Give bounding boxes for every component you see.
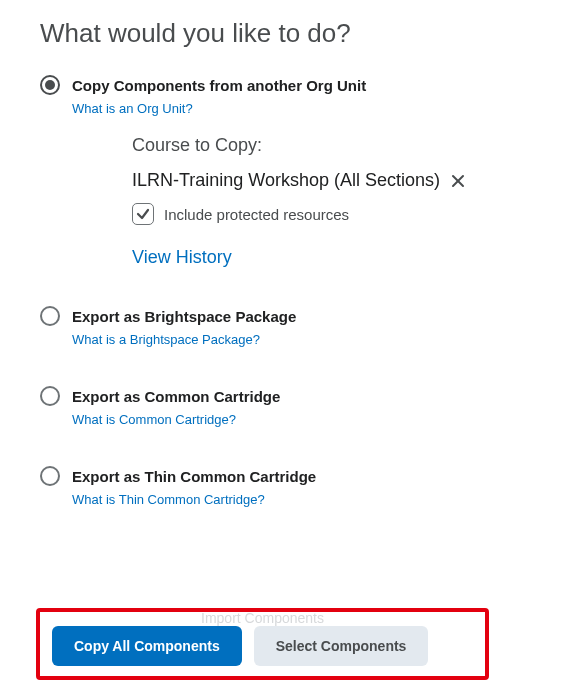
help-link-cc[interactable]: What is Common Cartridge? (72, 412, 236, 427)
option-copy-label: Copy Components from another Org Unit (72, 77, 366, 94)
help-link-brightspace[interactable]: What is a Brightspace Package? (72, 332, 260, 347)
option-copy-components: Copy Components from another Org Unit Wh… (40, 75, 521, 268)
include-protected-label: Include protected resources (164, 206, 349, 223)
option-export-brightspace-label: Export as Brightspace Package (72, 308, 296, 325)
view-history-link[interactable]: View History (132, 247, 232, 267)
select-components-button[interactable]: Select Components (254, 626, 429, 666)
option-export-cc-label: Export as Common Cartridge (72, 388, 280, 405)
radio-copy-components[interactable] (40, 75, 60, 95)
copy-details-block: Course to Copy: ILRN-Training Workshop (… (132, 135, 521, 268)
course-to-copy-label: Course to Copy: (132, 135, 521, 156)
radio-export-brightspace[interactable] (40, 306, 60, 326)
option-export-tcc-label: Export as Thin Common Cartridge (72, 468, 316, 485)
copy-all-components-button[interactable]: Copy All Components (52, 626, 242, 666)
option-export-brightspace: Export as Brightspace Package What is a … (40, 306, 521, 348)
help-link-org-unit[interactable]: What is an Org Unit? (72, 101, 193, 116)
action-bar-highlight: Import Components Copy All Components Se… (36, 608, 489, 680)
remove-course-icon[interactable] (450, 173, 466, 189)
faded-import-text: Import Components (201, 610, 324, 626)
help-link-tcc[interactable]: What is Thin Common Cartridge? (72, 492, 265, 507)
radio-export-tcc[interactable] (40, 466, 60, 486)
radio-export-cc[interactable] (40, 386, 60, 406)
selected-course-name: ILRN-Training Workshop (All Sections) (132, 170, 440, 191)
option-export-tcc: Export as Thin Common Cartridge What is … (40, 466, 521, 508)
page-title: What would you like to do? (40, 18, 521, 49)
include-protected-checkbox[interactable] (132, 203, 154, 225)
option-export-cc: Export as Common Cartridge What is Commo… (40, 386, 521, 428)
